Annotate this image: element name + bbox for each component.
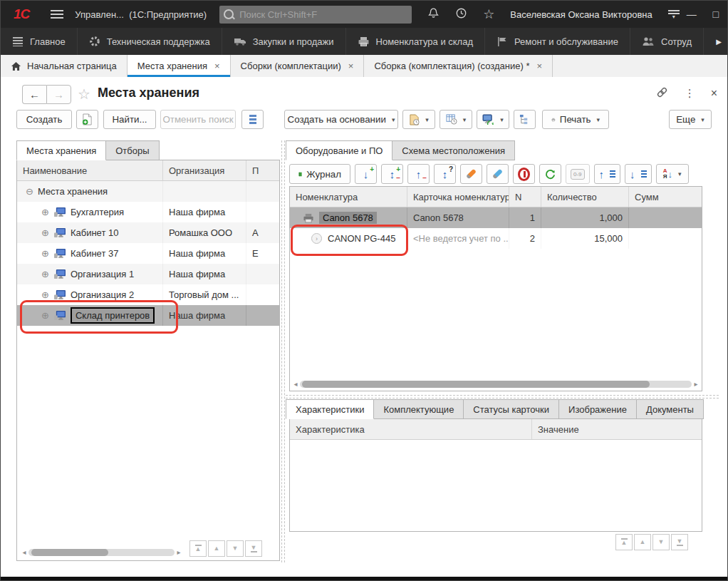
expand-icon[interactable]: ⊕: [41, 269, 49, 279]
tree-row-buhgalteria[interactable]: ⊕ Бухгалтерия Наша фирма: [17, 202, 279, 222]
tab-close-icon[interactable]: ×: [348, 61, 354, 71]
tree-row-root[interactable]: ⊖ Места хранения: [17, 181, 279, 202]
repair-tool-orange-button[interactable]: [460, 164, 482, 184]
equipment-row-canon-pg445[interactable]: › CANON PG-445 <Не ведется учет по ... 2…: [290, 228, 702, 249]
tab-characteristics[interactable]: Характеристики: [286, 399, 374, 419]
tab-close-icon[interactable]: ×: [214, 61, 220, 71]
current-user-name[interactable]: Васелевская Оксана Викторовна: [510, 9, 652, 20]
move-add-equipment-button[interactable]: ↕+−: [381, 164, 403, 184]
tab-documents[interactable]: Документы: [636, 399, 704, 419]
tree-row-organization1[interactable]: ⊕ Организация 1 Наша фирма: [17, 264, 279, 284]
section-glavnoe[interactable]: Главное: [1, 28, 78, 55]
tab-image[interactable]: Изображение: [558, 399, 637, 419]
go-first-button[interactable]: ▲: [615, 534, 633, 550]
tab-storage-places[interactable]: Места хранения ×: [128, 55, 231, 77]
column-header-p[interactable]: П: [246, 160, 279, 180]
go-down-button[interactable]: ▼: [652, 534, 670, 550]
form-close-icon[interactable]: ×: [711, 87, 717, 100]
create-button[interactable]: Создать: [16, 110, 72, 129]
column-header-nomenclature[interactable]: Номенклатура: [290, 187, 407, 207]
stop-button[interactable]: [513, 164, 535, 184]
tree-row-sklad-printerov[interactable]: ⊕ Склад принтеров Наша фирма: [17, 305, 279, 326]
forward-button[interactable]: →: [46, 85, 71, 104]
refresh-button[interactable]: [539, 164, 561, 184]
tab-components[interactable]: Комплектующие: [373, 399, 464, 419]
search-input[interactable]: [238, 9, 412, 21]
scroll-left-icon[interactable]: ◂: [20, 548, 28, 556]
tab-equipment[interactable]: Оборудование и ПО: [286, 140, 392, 160]
notifications-bell-icon[interactable]: [427, 7, 440, 21]
scroll-left-icon[interactable]: ◂: [291, 380, 300, 388]
find-button[interactable]: Найти...: [103, 110, 156, 129]
expand-icon[interactable]: ⊕: [41, 310, 49, 321]
expand-icon[interactable]: ⊕: [41, 227, 49, 238]
tab-card-statuses[interactable]: Статусы карточки: [463, 399, 559, 419]
table-history-dropdown[interactable]: ▾: [440, 110, 472, 129]
selected-cell-editor[interactable]: Склад принтеров: [71, 307, 155, 324]
hierarchy-view-button[interactable]: [514, 110, 536, 129]
scroll-right-icon[interactable]: ▸: [692, 380, 700, 388]
expand-icon[interactable]: ⊕: [41, 207, 49, 217]
section-employees[interactable]: Сотруд: [630, 28, 704, 55]
left-horizontal-scrollbar[interactable]: ◂ ▸: [20, 548, 198, 556]
tab-location-scheme[interactable]: Схема местоположения: [392, 140, 515, 160]
tab-assembly-new[interactable]: Сборка (комплектация) (создание) * ×: [364, 55, 553, 77]
column-header-card[interactable]: Карточка номенклатуры: [407, 187, 509, 207]
add-to-favorites-star-icon[interactable]: ☆: [78, 86, 90, 103]
section-nomenclature[interactable]: Номенклатура и склад: [346, 28, 485, 55]
go-last-button[interactable]: ▼: [671, 534, 688, 550]
column-header-value[interactable]: Значение: [532, 419, 702, 439]
tree-row-kabinet37[interactable]: ⊕ Кабинет 37 Наша фирма Е: [17, 243, 279, 264]
get-link-icon[interactable]: [655, 86, 669, 101]
add-equipment-button[interactable]: ↓+: [355, 164, 377, 184]
go-up-button[interactable]: ▲: [208, 540, 225, 557]
workstation-dropdown[interactable]: ▾: [477, 110, 509, 129]
list-settings-button[interactable]: [241, 110, 264, 129]
vertical-splitter[interactable]: [281, 140, 285, 562]
move-row-down-button[interactable]: ↓: [625, 164, 652, 184]
tab-filters[interactable]: Отборы: [105, 140, 159, 160]
column-header-n[interactable]: N: [509, 187, 541, 207]
expand-icon[interactable]: ⊕: [41, 248, 49, 259]
repair-tool-blue-button[interactable]: [487, 164, 509, 184]
window-minimize-button[interactable]: —: [680, 9, 704, 20]
section-repair-service[interactable]: Ремонт и обслуживание: [485, 28, 630, 55]
tab-assemblies[interactable]: Сборки (комплектации) ×: [231, 55, 365, 77]
history-icon[interactable]: [455, 7, 467, 21]
scroll-right-icon[interactable]: ▸: [175, 548, 183, 556]
tab-close-icon[interactable]: ×: [537, 61, 543, 71]
document-history-dropdown[interactable]: ▾: [402, 110, 435, 129]
section-tech-support[interactable]: Техническая поддержка: [78, 28, 222, 55]
service-menu-icon[interactable]: ▾: [668, 10, 680, 19]
column-header-name[interactable]: Наименование: [17, 160, 163, 180]
journal-button[interactable]: Журнал: [289, 164, 350, 184]
go-up-button[interactable]: ▲: [634, 534, 651, 550]
column-header-characteristic[interactable]: Характеристика: [290, 419, 532, 439]
tree-row-organization2[interactable]: ⊕ Организация 2 Торговый дом ...: [17, 284, 279, 305]
favorites-star-icon[interactable]: ☆: [483, 6, 494, 22]
go-first-button[interactable]: ▲: [189, 540, 207, 557]
go-last-button[interactable]: ▼: [245, 540, 262, 557]
column-header-sum[interactable]: Сумм: [629, 187, 702, 207]
tab-storage-places-list[interactable]: Места хранения: [16, 140, 106, 160]
scrollbar-thumb[interactable]: [31, 549, 108, 556]
create-based-on-button[interactable]: Создать на основании▾: [284, 110, 398, 129]
global-search[interactable]: [219, 6, 412, 24]
tab-home[interactable]: Начальная страница: [1, 55, 128, 77]
column-header-organization[interactable]: Организация: [163, 160, 246, 180]
menu-overflow-arrow-icon[interactable]: ▶: [710, 28, 727, 55]
sort-button[interactable]: АЯ ↓ ▾: [656, 164, 689, 184]
remove-equipment-button[interactable]: ↑−: [407, 164, 430, 184]
cancel-search-button[interactable]: Отменить поиск: [160, 110, 236, 129]
move-question-button[interactable]: ↕?: [434, 164, 456, 184]
more-button[interactable]: Еще▾: [669, 110, 712, 129]
equipment-row-canon-5678[interactable]: Canon 5678 Canon 5678 1 1,000: [290, 207, 702, 228]
print-button[interactable]: Печать▾: [542, 110, 609, 129]
window-maximize-button[interactable]: □: [704, 9, 728, 20]
section-purchases-sales[interactable]: Закупки и продажи: [222, 28, 346, 55]
tree-row-kabinet10[interactable]: ⊕ Кабинет 10 Ромашка ООО А: [17, 222, 279, 243]
main-menu-icon[interactable]: [51, 10, 63, 19]
go-down-button[interactable]: ▼: [227, 540, 244, 557]
horizontal-splitter[interactable]: [286, 395, 719, 399]
column-header-quantity[interactable]: Количество: [541, 187, 629, 207]
